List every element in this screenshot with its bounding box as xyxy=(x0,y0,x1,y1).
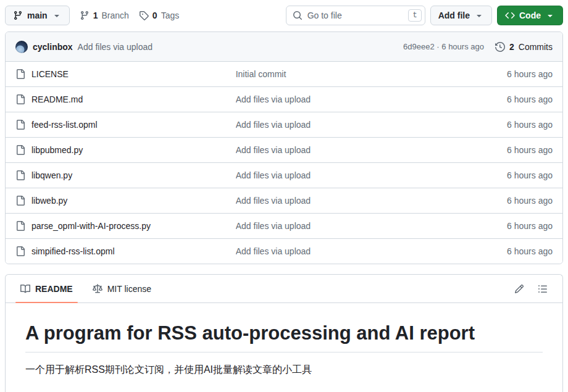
toolbar-left: main 1 Branch 0 Tags xyxy=(5,6,179,25)
readme-description: 一个用于解析RSS期刊论文订阅，并使用AI批量解读文章的小工具 xyxy=(25,362,543,377)
file-name-link[interactable]: LICENSE xyxy=(31,69,69,79)
latest-commit-right: 6d9eee2 · 6 hours ago 2 Commits xyxy=(403,42,553,52)
file-name-link[interactable]: simpified-rss-list.opml xyxy=(31,246,115,256)
file-name-cell: libweb.py xyxy=(15,196,236,206)
table-row: feed-rss-list.opml Add files via upload … xyxy=(6,112,562,137)
chevron-down-icon xyxy=(545,10,555,20)
file-name-link[interactable]: README.md xyxy=(31,94,83,104)
file-list: LICENSE Initial commit 6 hours ago READM… xyxy=(6,61,562,264)
file-name-cell: README.md xyxy=(15,94,236,104)
edit-readme-button[interactable] xyxy=(511,280,528,298)
file-commit-time: 6 hours ago xyxy=(454,170,553,180)
tab-readme[interactable]: README xyxy=(10,275,83,302)
file-commit-message-link[interactable]: Add files via upload xyxy=(236,170,311,180)
outline-button[interactable] xyxy=(534,280,551,298)
readme-content: A program for RSS auto-processing and AI… xyxy=(6,303,562,392)
chevron-down-icon xyxy=(52,10,62,20)
commit-sha-link[interactable]: 6d9eee2 xyxy=(403,42,435,51)
file-commit-message-cell: Initial commit xyxy=(236,69,454,79)
file-commit-message-link[interactable]: Initial commit xyxy=(236,69,286,79)
branch-selector-button[interactable]: main xyxy=(5,6,70,25)
readme-tab-bar: README MIT license xyxy=(6,275,562,303)
add-file-label: Add file xyxy=(438,10,470,20)
commit-count: 2 xyxy=(509,42,514,52)
readme-card: README MIT license A program for RSS aut… xyxy=(5,274,563,392)
history-clock-icon xyxy=(495,42,505,52)
commit-count-label: Commits xyxy=(519,42,553,52)
table-row: simpified-rss-list.opml Add files via up… xyxy=(6,238,562,264)
tag-icon xyxy=(139,10,149,20)
file-commit-message-cell: Add files via upload xyxy=(236,170,454,180)
tag-count-label: Tags xyxy=(161,10,180,20)
file-commit-message-cell: Add files via upload xyxy=(236,221,454,231)
commit-separator: · xyxy=(436,42,439,51)
file-commit-time: 6 hours ago xyxy=(454,69,553,79)
chevron-down-icon xyxy=(474,10,484,20)
search-shortcut-key: t xyxy=(408,9,421,22)
tags-link[interactable]: 0 Tags xyxy=(139,10,179,20)
git-branch-icon xyxy=(80,10,90,20)
file-commit-message-cell: Add files via upload xyxy=(236,145,454,155)
branches-link[interactable]: 1 Branch xyxy=(80,10,129,20)
file-icon xyxy=(15,221,25,231)
table-row: libpubmed.py Add files via upload 6 hour… xyxy=(6,137,562,162)
file-icon xyxy=(15,69,25,79)
git-branch-icon xyxy=(13,10,23,20)
file-icon xyxy=(15,196,25,206)
file-commit-message-link[interactable]: Add files via upload xyxy=(236,246,311,256)
branch-count: 1 xyxy=(93,10,98,20)
commit-author-link[interactable]: cyclinbox xyxy=(33,42,73,52)
file-commit-message-link[interactable]: Add files via upload xyxy=(236,120,311,130)
list-unordered-icon xyxy=(538,284,548,294)
file-name-cell: libqwen.py xyxy=(15,170,236,180)
go-to-file-search[interactable]: Go to file t xyxy=(286,6,425,25)
table-row: parse_opml-with-AI-process.py Add files … xyxy=(6,213,562,238)
commit-sha-time: 6d9eee2 · 6 hours ago xyxy=(403,42,484,51)
file-commit-time: 6 hours ago xyxy=(454,221,553,231)
law-scales-icon xyxy=(93,284,102,294)
search-icon xyxy=(293,10,303,20)
table-row: libqwen.py Add files via upload 6 hours … xyxy=(6,162,562,188)
commit-message-link[interactable]: Add files via upload xyxy=(78,42,152,52)
avatar[interactable] xyxy=(15,41,28,53)
code-button-label: Code xyxy=(519,10,541,20)
file-name-link[interactable]: parse_opml-with-AI-process.py xyxy=(31,221,151,231)
file-commit-message-link[interactable]: Add files via upload xyxy=(236,196,311,206)
table-row: README.md Add files via upload 6 hours a… xyxy=(6,86,562,112)
file-commit-message-cell: Add files via upload xyxy=(236,120,454,130)
tag-count: 0 xyxy=(152,10,157,20)
files-card: cyclinbox Add files via upload 6d9eee2 ·… xyxy=(5,31,563,264)
file-name-link[interactable]: libweb.py xyxy=(31,196,67,206)
branch-count-label: Branch xyxy=(101,10,128,20)
book-icon xyxy=(20,284,30,294)
code-button[interactable]: Code xyxy=(497,6,563,25)
file-commit-message-cell: Add files via upload xyxy=(236,94,454,104)
readme-title: A program for RSS auto-processing and AI… xyxy=(25,322,543,352)
file-name-link[interactable]: feed-rss-list.opml xyxy=(31,120,98,130)
file-name-cell: LICENSE xyxy=(15,69,236,79)
file-icon xyxy=(15,145,25,155)
table-row: LICENSE Initial commit 6 hours ago xyxy=(6,61,562,86)
tab-mit-license-label: MIT license xyxy=(107,284,151,294)
file-commit-time: 6 hours ago xyxy=(454,145,553,155)
file-icon xyxy=(15,94,25,104)
tab-readme-label: README xyxy=(35,284,73,294)
commit-history-link[interactable]: 2 Commits xyxy=(495,42,553,52)
file-commit-message-link[interactable]: Add files via upload xyxy=(236,94,311,104)
add-file-button[interactable]: Add file xyxy=(430,6,492,25)
file-name-link[interactable]: libpubmed.py xyxy=(31,145,83,155)
file-commit-time: 6 hours ago xyxy=(454,246,553,256)
file-name-cell: feed-rss-list.opml xyxy=(15,120,236,130)
file-commit-time: 6 hours ago xyxy=(454,196,553,206)
file-commit-message-link[interactable]: Add files via upload xyxy=(236,221,311,231)
repo-toolbar: main 1 Branch 0 Tags Go to file t xyxy=(0,0,568,31)
file-icon xyxy=(15,170,25,180)
file-name-link[interactable]: libqwen.py xyxy=(31,170,72,180)
code-icon xyxy=(505,10,515,20)
file-commit-message-cell: Add files via upload xyxy=(236,196,454,206)
file-commit-message-link[interactable]: Add files via upload xyxy=(236,145,311,155)
latest-commit-left: cyclinbox Add files via upload xyxy=(15,41,152,53)
file-name-cell: simpified-rss-list.opml xyxy=(15,246,236,256)
tab-mit-license[interactable]: MIT license xyxy=(83,275,161,302)
toolbar-right: Go to file t Add file Code xyxy=(286,6,563,25)
